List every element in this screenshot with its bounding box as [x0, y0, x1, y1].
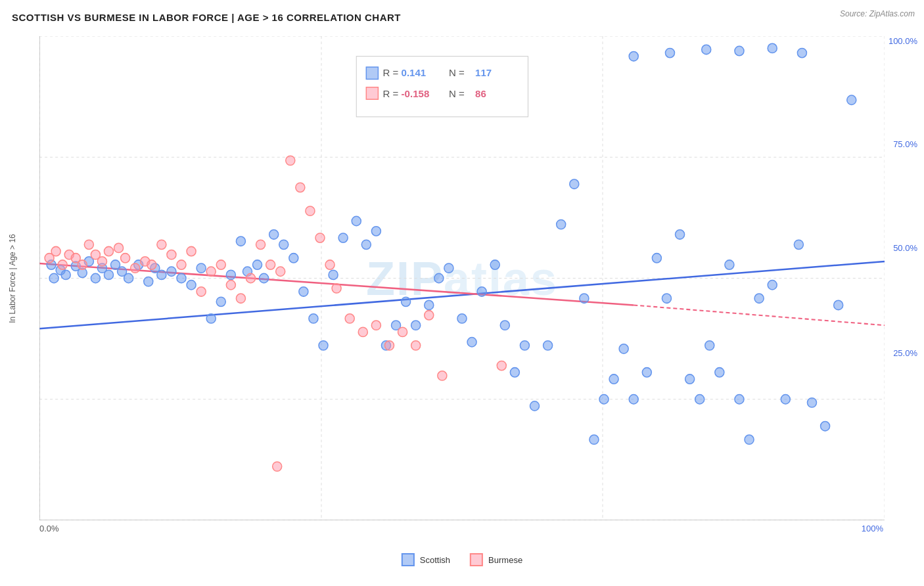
- svg-point-47: [236, 237, 245, 246]
- svg-point-82: [599, 395, 609, 404]
- svg-point-55: [309, 314, 318, 323]
- svg-text:-0.158: -0.158: [402, 88, 430, 99]
- svg-point-100: [794, 240, 803, 249]
- svg-point-150: [411, 341, 421, 350]
- svg-point-127: [167, 250, 176, 259]
- svg-point-136: [256, 240, 266, 249]
- svg-point-84: [619, 344, 628, 353]
- svg-point-39: [157, 270, 166, 279]
- svg-point-37: [144, 277, 153, 286]
- svg-point-69: [457, 314, 467, 323]
- svg-point-41: [177, 273, 186, 282]
- svg-point-125: [147, 260, 156, 269]
- svg-point-113: [58, 260, 67, 269]
- y-axis-label: In Labor Force | Age > 16: [8, 234, 17, 323]
- y-label-50: 50.0%: [893, 243, 917, 253]
- svg-point-134: [236, 294, 245, 303]
- svg-point-71: [477, 287, 486, 296]
- svg-point-139: [286, 156, 295, 165]
- svg-point-79: [570, 179, 579, 189]
- svg-point-51: [269, 230, 279, 239]
- svg-point-141: [306, 206, 315, 215]
- svg-point-108: [735, 46, 744, 55]
- legend-color-burmese: [470, 553, 483, 566]
- svg-point-70: [467, 338, 476, 347]
- svg-point-96: [745, 435, 754, 444]
- svg-rect-12: [356, 56, 528, 117]
- svg-point-93: [715, 368, 724, 377]
- svg-point-83: [609, 374, 618, 384]
- svg-rect-13: [366, 67, 378, 79]
- svg-point-132: [216, 260, 225, 269]
- svg-point-149: [398, 327, 407, 336]
- svg-point-75: [520, 341, 529, 350]
- chart-legend: Scottish Burmese: [402, 553, 522, 566]
- svg-point-140: [296, 183, 305, 192]
- svg-point-40: [167, 267, 176, 276]
- chart-container: SCOTTISH VS BURMESE IN LABOR FORCE | AGE…: [0, 0, 924, 586]
- legend-item-burmese: Burmese: [470, 553, 522, 566]
- svg-point-53: [289, 254, 298, 263]
- svg-point-43: [196, 263, 206, 273]
- y-label-75: 75.0%: [893, 139, 917, 149]
- svg-point-64: [402, 297, 411, 306]
- svg-point-143: [325, 260, 335, 269]
- svg-point-103: [834, 300, 843, 309]
- svg-point-153: [273, 462, 282, 471]
- svg-point-91: [695, 395, 705, 404]
- svg-point-122: [121, 254, 130, 263]
- y-label-25: 25.0%: [893, 348, 917, 358]
- svg-point-152: [438, 371, 447, 380]
- svg-point-116: [78, 260, 87, 269]
- svg-point-78: [557, 219, 566, 229]
- svg-point-74: [510, 368, 519, 377]
- svg-point-110: [797, 48, 806, 57]
- svg-point-102: [821, 422, 830, 431]
- svg-point-138: [276, 267, 285, 276]
- svg-point-54: [299, 287, 308, 296]
- svg-point-89: [676, 230, 685, 239]
- svg-point-131: [206, 267, 216, 276]
- svg-point-106: [665, 48, 674, 57]
- svg-point-107: [702, 45, 711, 54]
- svg-text:R =: R =: [382, 67, 398, 78]
- chart-area: ZIPatlas: [39, 36, 885, 520]
- source-label: Source: ZipAtlas.com: [840, 9, 915, 18]
- svg-point-112: [51, 246, 60, 256]
- svg-point-142: [315, 233, 325, 242]
- svg-point-60: [361, 240, 371, 249]
- legend-label-burmese: Burmese: [488, 555, 522, 565]
- svg-text:N =: N =: [449, 67, 465, 78]
- svg-point-95: [735, 395, 744, 404]
- svg-point-68: [444, 263, 453, 273]
- svg-point-86: [642, 368, 651, 377]
- svg-rect-18: [366, 87, 378, 99]
- svg-point-73: [500, 321, 509, 330]
- svg-point-77: [543, 341, 553, 350]
- svg-point-98: [768, 281, 777, 290]
- svg-point-154: [497, 361, 506, 370]
- svg-point-30: [91, 273, 100, 282]
- svg-point-81: [589, 435, 599, 444]
- svg-point-42: [187, 281, 196, 290]
- y-label-100: 100.0%: [889, 36, 917, 46]
- svg-point-128: [177, 260, 186, 269]
- svg-text:R =: R =: [382, 88, 398, 99]
- svg-point-94: [725, 260, 734, 269]
- svg-point-85: [629, 395, 638, 404]
- svg-point-49: [253, 260, 262, 269]
- svg-line-11: [634, 305, 885, 325]
- svg-point-105: [629, 52, 638, 61]
- legend-color-scottish: [402, 553, 415, 566]
- svg-point-92: [705, 341, 714, 350]
- svg-point-146: [358, 327, 367, 336]
- svg-point-25: [49, 273, 58, 282]
- svg-point-35: [124, 273, 133, 282]
- x-label-100: 100%: [862, 524, 883, 533]
- svg-point-144: [332, 284, 341, 293]
- x-label-0: 0.0%: [39, 524, 59, 533]
- svg-point-137: [266, 260, 275, 269]
- svg-point-65: [411, 321, 421, 330]
- svg-point-32: [104, 270, 113, 279]
- svg-point-87: [652, 254, 661, 263]
